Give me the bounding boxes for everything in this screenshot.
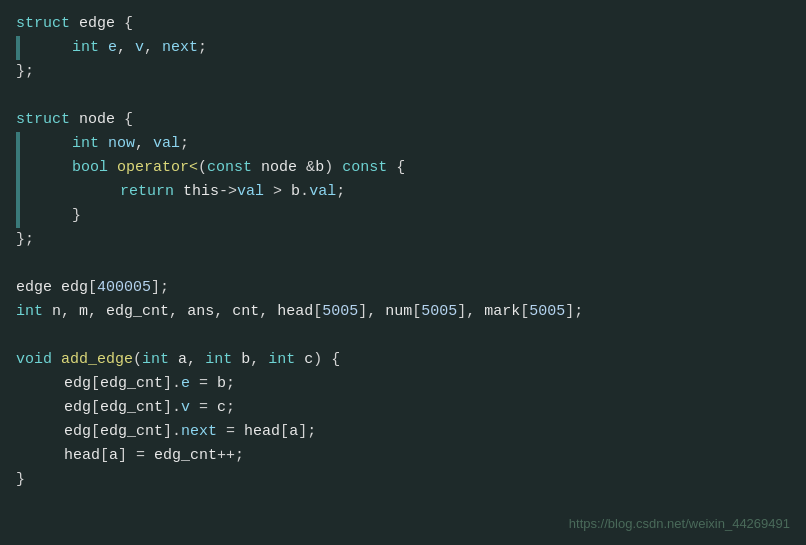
var-a2: a [289, 420, 298, 444]
var-num: num [385, 300, 412, 324]
type-node: node [79, 108, 115, 132]
keyword-struct: struct [16, 12, 70, 36]
keyword-bool: bool [72, 156, 108, 180]
keyword-return: return [120, 180, 174, 204]
num-5005c: 5005 [529, 300, 565, 324]
code-line: int now , val ; [16, 132, 790, 156]
func-operator: operator< [117, 156, 198, 180]
keyword-const2: const [342, 156, 387, 180]
indent-bar [16, 180, 20, 204]
code-line-blank [16, 84, 790, 108]
var-ans: ans [187, 300, 214, 324]
keyword-int2: int [72, 132, 99, 156]
num-400005: 400005 [97, 276, 151, 300]
code-line: }; [16, 60, 790, 84]
var-edg4: edg [64, 420, 91, 444]
code-line-blank [16, 324, 790, 348]
keyword-int3: int [16, 300, 43, 324]
type-edge2: edge [16, 276, 52, 300]
var-edg-cnt4: edg_cnt [100, 420, 163, 444]
var-edg-cnt: edg_cnt [106, 300, 169, 324]
code-line: edg [ edg_cnt ]. e = b ; [16, 372, 790, 396]
code-line: void add_edge ( int a , int b , int c ) … [16, 348, 790, 372]
var-edg-cnt5: edg_cnt [154, 444, 217, 468]
keyword-const: const [207, 156, 252, 180]
var-edg2: edg [64, 372, 91, 396]
indent-bar [16, 204, 20, 228]
code-line: return this -> val > b . val ; [16, 180, 790, 204]
field-e: e [108, 36, 117, 60]
param-b3: b [241, 348, 250, 372]
code-line: edg [ edg_cnt ]. next = head [ a ]; [16, 420, 790, 444]
code-line: int e , v , next ; [16, 36, 790, 60]
keyword-int5: int [205, 348, 232, 372]
code-line: edg [ edg_cnt ]. v = c ; [16, 396, 790, 420]
var-edg-cnt2: edg_cnt [100, 372, 163, 396]
watermark: https://blog.csdn.net/weixin_44269491 [569, 514, 790, 535]
var-c: c [217, 396, 226, 420]
field-next2: next [181, 420, 217, 444]
field-v2: v [181, 396, 190, 420]
num-5005a: 5005 [322, 300, 358, 324]
param-b2: b [291, 180, 300, 204]
func-add-edge: add_edge [61, 348, 133, 372]
indent-bar [16, 156, 20, 180]
var-edg3: edg [64, 396, 91, 420]
code-line: bool operator< ( const node & b ) const … [16, 156, 790, 180]
field-next: next [162, 36, 198, 60]
field-val3: val [309, 180, 336, 204]
indent-bar [16, 132, 20, 156]
var-head: head [277, 300, 313, 324]
code-line: struct node { [16, 108, 790, 132]
var-a3: a [109, 444, 118, 468]
this-keyword: this [183, 180, 219, 204]
indent-bar [16, 36, 20, 60]
code-line: }; [16, 228, 790, 252]
keyword-int: int [72, 36, 99, 60]
field-val2: val [237, 180, 264, 204]
param-b: b [315, 156, 324, 180]
code-line: edge edg [ 400005 ]; [16, 276, 790, 300]
code-line: } [16, 204, 790, 228]
var-edg: edg [61, 276, 88, 300]
field-e2: e [181, 372, 190, 396]
var-head3: head [64, 444, 100, 468]
keyword-int6: int [268, 348, 295, 372]
field-v: v [135, 36, 144, 60]
var-mark: mark [484, 300, 520, 324]
var-b: b [217, 372, 226, 396]
field-now: now [108, 132, 135, 156]
code-container: struct edge { int e , v , next ; }; stru… [0, 0, 806, 545]
var-edg-cnt3: edg_cnt [100, 396, 163, 420]
keyword-int4: int [142, 348, 169, 372]
code-line-blank [16, 252, 790, 276]
field-val: val [153, 132, 180, 156]
keyword-struct2: struct [16, 108, 70, 132]
param-a: a [178, 348, 187, 372]
keyword-void: void [16, 348, 52, 372]
num-5005b: 5005 [421, 300, 457, 324]
code-line: int n , m , edg_cnt , ans , cnt , head [… [16, 300, 790, 324]
var-n: n [52, 300, 61, 324]
param-c: c [304, 348, 313, 372]
type-node2: node [261, 156, 297, 180]
var-head2: head [244, 420, 280, 444]
var-cnt: cnt [232, 300, 259, 324]
var-m: m [79, 300, 88, 324]
code-line: head [ a ] = edg_cnt ++; [16, 444, 790, 468]
code-line: } [16, 468, 790, 492]
code-line: struct edge { [16, 12, 790, 36]
type-edge: edge [79, 12, 115, 36]
